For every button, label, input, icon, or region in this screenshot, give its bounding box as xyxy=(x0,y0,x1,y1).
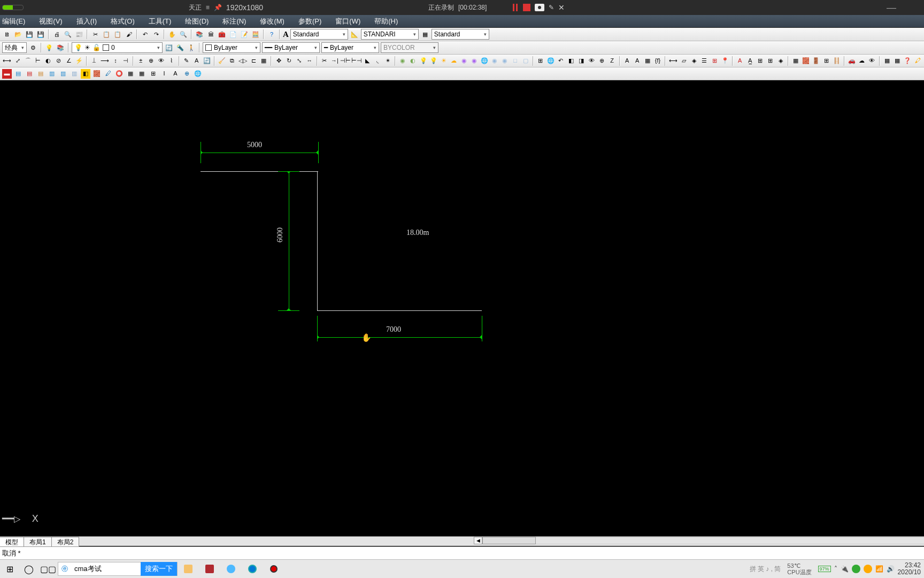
explode-icon[interactable]: ✴ xyxy=(383,56,392,66)
text-st-icon[interactable]: A xyxy=(633,56,642,66)
dim-linear-icon[interactable]: ⟷ xyxy=(2,56,12,66)
tz16-icon[interactable]: A xyxy=(171,69,180,79)
id-icon[interactable]: ⊞ xyxy=(710,56,719,66)
tz1-icon[interactable]: ▬ xyxy=(2,69,12,79)
dim-tedit-icon[interactable]: A xyxy=(192,56,201,66)
stretch-icon[interactable]: ↔ xyxy=(305,56,314,66)
tray-power-icon[interactable]: 🔌 xyxy=(841,565,849,573)
adv-render-icon[interactable]: ◉ xyxy=(500,56,509,66)
render-crop-icon[interactable]: □ xyxy=(511,56,519,66)
pause-icon[interactable] xyxy=(511,4,519,11)
extend-icon[interactable]: →| xyxy=(330,56,339,66)
dim-style-icon[interactable]: 📐 xyxy=(350,29,359,39)
app-edge[interactable] xyxy=(242,560,263,579)
match-icon[interactable]: 🖌 xyxy=(124,29,134,39)
window-minimize[interactable]: — xyxy=(887,2,896,13)
jog-icon[interactable]: ⌇ xyxy=(167,56,175,66)
region-icon[interactable]: ◈ xyxy=(690,56,698,66)
screenshot-icon[interactable] xyxy=(535,4,544,11)
break-icon[interactable]: ⊣⊢ xyxy=(341,56,350,66)
tz3-icon[interactable]: ▤ xyxy=(25,69,34,79)
tz11-icon[interactable]: ⭕ xyxy=(114,69,124,79)
plotstyle-combo[interactable]: BYCOLOR▾ xyxy=(381,42,438,53)
preview-icon[interactable]: 🔍 xyxy=(63,29,73,39)
view-render-icon[interactable]: ◉ xyxy=(398,56,407,66)
drawing-canvas[interactable]: 5000 6000 7000 18.00m ✋ ━━▷ X xyxy=(0,91,924,529)
sheet-icon[interactable]: 📄 xyxy=(228,29,238,39)
annotate-d-icon[interactable]: ⊞ xyxy=(766,56,775,66)
render-env-icon[interactable]: ◉ xyxy=(490,56,499,66)
pin-icon[interactable]: 📌 xyxy=(214,4,222,11)
tolerance-icon[interactable]: ± xyxy=(136,56,145,66)
material-icon[interactable]: ◉ xyxy=(460,56,468,66)
tool-palette-icon[interactable]: 🧰 xyxy=(217,29,227,39)
layer-prev-icon[interactable]: 🔄 xyxy=(164,43,174,52)
offset-icon[interactable]: ⊏ xyxy=(249,56,258,66)
hscroll-thumb[interactable] xyxy=(482,537,536,544)
sheet4-icon[interactable]: ❓ xyxy=(903,56,912,66)
grid-a-icon[interactable]: ▦ xyxy=(791,56,800,66)
dim-edit-icon[interactable]: ✎ xyxy=(182,56,191,66)
text-mt-icon[interactable]: A xyxy=(623,56,632,66)
layer-combo[interactable]: 💡 ☀ 🔓 0▾ xyxy=(72,42,163,53)
tray-norton-icon[interactable] xyxy=(852,565,860,573)
menu-tools[interactable]: 工具(T) xyxy=(149,17,172,26)
inspection-icon[interactable]: 👁 xyxy=(157,56,165,66)
dim-baseline-icon[interactable]: ⟘ xyxy=(90,56,98,66)
dim-radius-icon[interactable]: ◐ xyxy=(44,56,52,66)
ucs-obj-icon[interactable]: ◨ xyxy=(577,56,586,66)
color-combo[interactable]: ByLayer▾ xyxy=(203,42,260,53)
dim-ordinate-icon[interactable]: ⊢ xyxy=(34,56,42,66)
tab-layout1[interactable]: 布局1 xyxy=(24,537,52,547)
hamburger-icon[interactable]: ≡ xyxy=(206,4,210,11)
light-icon[interactable]: 💡 xyxy=(419,56,428,66)
layer-walk-icon[interactable]: 🚶 xyxy=(187,43,196,52)
copy-icon[interactable]: 📋 xyxy=(102,29,111,39)
tz6-icon[interactable]: ▥ xyxy=(58,69,68,79)
tray-volume-icon[interactable]: 🔊 xyxy=(887,565,895,573)
dim-continue-icon[interactable]: ⟶ xyxy=(100,56,110,66)
save-icon[interactable]: 💾 xyxy=(25,29,34,39)
scale-icon[interactable]: ⤡ xyxy=(295,56,304,66)
undo-icon[interactable]: ↶ xyxy=(140,29,150,39)
material2-icon[interactable]: ◉ xyxy=(470,56,479,66)
dim-angular-icon[interactable]: ∠ xyxy=(65,56,73,66)
tz4-icon[interactable]: ▤ xyxy=(36,69,45,79)
annotate-a-icon[interactable]: A xyxy=(736,56,744,66)
car-icon[interactable]: 🚗 xyxy=(848,56,856,66)
ime-indicator[interactable]: 拼 英 ♪ , 简 xyxy=(750,565,781,574)
menu-view[interactable]: 视图(V) xyxy=(39,17,62,26)
tz12-icon[interactable]: ▦ xyxy=(126,69,135,79)
tray-orange-icon[interactable] xyxy=(864,565,872,573)
list-icon[interactable]: ☰ xyxy=(700,56,709,66)
tab-layout2[interactable]: 布局2 xyxy=(51,537,80,547)
annotate-icon[interactable]: ✎ xyxy=(549,4,554,11)
join-icon[interactable]: ⊢⊣ xyxy=(352,56,361,66)
close-recorder-icon[interactable]: ✕ xyxy=(558,3,565,12)
ws-settings-icon[interactable]: ⚙ xyxy=(28,43,38,52)
menu-edit[interactable]: 编辑(E) xyxy=(2,17,25,26)
hscroll-start[interactable]: ◀ xyxy=(474,537,482,544)
app-autocad[interactable] xyxy=(199,560,220,579)
door-icon[interactable]: 🚪 xyxy=(812,56,820,66)
render-win-icon[interactable]: ▢ xyxy=(521,56,530,66)
taskview-icon[interactable]: ▢▢ xyxy=(38,560,58,579)
table-style-combo[interactable]: Standard▾ xyxy=(432,29,489,40)
trim-icon[interactable]: ✂ xyxy=(320,56,329,66)
sheet3-icon[interactable]: ▦ xyxy=(893,56,902,66)
fillet-icon[interactable]: ◟ xyxy=(373,56,382,66)
dist-icon[interactable]: ⟷ xyxy=(668,56,678,66)
map-icon[interactable]: 🌐 xyxy=(480,56,489,66)
app-explorer[interactable] xyxy=(178,560,199,579)
app-recorder[interactable] xyxy=(263,560,284,579)
plot-icon[interactable]: 📰 xyxy=(74,29,84,39)
cloud-icon[interactable]: ☁ xyxy=(858,56,866,66)
chamfer-icon[interactable]: ◣ xyxy=(363,56,372,66)
dim-aligned-icon[interactable]: ⤢ xyxy=(13,56,22,66)
ucs-world-icon[interactable]: 🌐 xyxy=(546,56,555,66)
tz17-icon[interactable]: ⊕ xyxy=(182,69,191,79)
cortana-icon[interactable]: ◯ xyxy=(19,560,38,579)
tray-up-icon[interactable]: ˄ xyxy=(834,565,837,573)
table-style-icon[interactable]: ▦ xyxy=(420,29,430,39)
tray-wifi-icon[interactable]: 📶 xyxy=(875,565,883,573)
